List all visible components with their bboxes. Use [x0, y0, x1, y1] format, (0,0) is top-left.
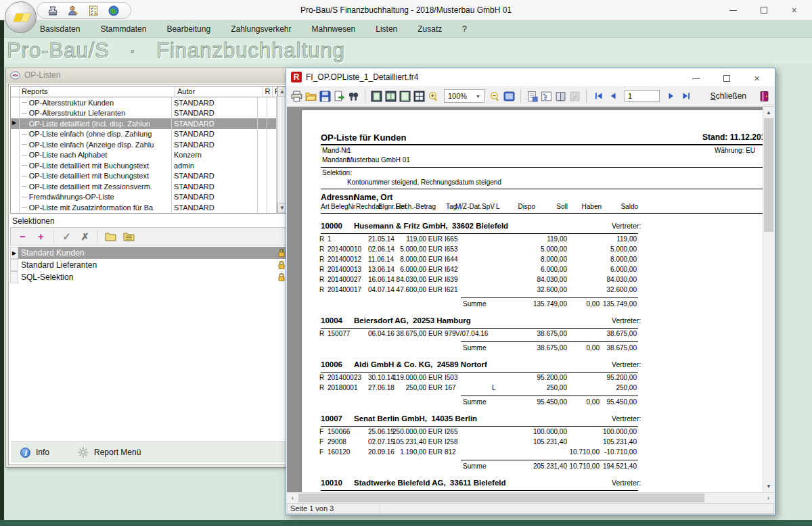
- report-item-row: R 201400013 13.06.14 6.000,00 EUR I642 6…: [302, 266, 765, 276]
- scroll-up-icon[interactable]: ▲: [763, 107, 774, 118]
- op-listen-titlebar[interactable]: OP-Listen: [6, 68, 292, 82]
- report-list-row[interactable]: ▶ Fremdwährungs-OP-Liste STANDARD: [11, 192, 277, 203]
- menu-item[interactable]: Stammdaten: [90, 24, 156, 34]
- menu-item[interactable]: Basisdaten: [30, 24, 90, 34]
- add-icon[interactable]: +: [32, 229, 50, 244]
- scroll-right-icon[interactable]: ›: [763, 493, 774, 503]
- page-width-icon[interactable]: [399, 91, 411, 102]
- menu-item[interactable]: Zusatz: [407, 24, 452, 34]
- nav-last-icon[interactable]: [680, 90, 692, 102]
- two-pages-icon[interactable]: [385, 91, 397, 102]
- lock-icon: [277, 272, 286, 282]
- report-list-row[interactable]: ▶ OP-Liste detailliert mit Buchungstext …: [11, 171, 277, 182]
- nav-next-icon[interactable]: [665, 90, 677, 102]
- close-report-button[interactable]: Schließen: [710, 91, 756, 101]
- report-list-row[interactable]: ▶ OP-Altersstruktur Kunden STANDARD: [11, 97, 277, 108]
- open-icon[interactable]: [305, 91, 317, 102]
- column-header-reports[interactable]: Reports: [20, 87, 175, 97]
- globe-icon[interactable]: [108, 5, 120, 17]
- selected-row-marker-icon: ▶: [12, 120, 16, 126]
- item-soll: 84.030,00: [499, 276, 567, 283]
- selektionen-toolbar: − + ✓ ✗: [10, 227, 288, 245]
- horizontal-scroll-thumb[interactable]: [298, 494, 704, 502]
- app-logo[interactable]: [5, 1, 37, 33]
- report-window-controls: ×: [681, 68, 772, 89]
- close-button[interactable]: ×: [742, 68, 772, 89]
- zoom-select[interactable]: 100% ▼: [444, 89, 484, 103]
- report-name: OP-Liste detailliert (incl. disp. Zahlun: [29, 120, 150, 128]
- zoom-out-icon[interactable]: [489, 91, 501, 102]
- item-beleg2: I503: [445, 374, 457, 381]
- cancel-icon[interactable]: ✗: [76, 229, 94, 244]
- report-group: 10004 Beiersdorf AG, 20253 Hamburg Vertr…: [302, 316, 765, 352]
- minimize-button[interactable]: [681, 68, 711, 89]
- folder-list-icon[interactable]: [120, 229, 138, 244]
- zoom-in-icon[interactable]: [428, 91, 439, 102]
- group-adressnr: 10006: [321, 360, 342, 368]
- nav-first-icon[interactable]: [592, 90, 604, 102]
- whole-page-icon[interactable]: [371, 91, 382, 102]
- gear-icon: [78, 447, 89, 458]
- report-menu-button[interactable]: Report Menü: [94, 448, 141, 457]
- info-button[interactable]: Info: [36, 448, 49, 457]
- report-list-row[interactable]: ▶ OP-Liste einfach (ohne disp. Zahlung S…: [11, 129, 277, 140]
- report-list-row[interactable]: ▶ OP-Liste detailliert mit Zessionsverm.…: [11, 181, 277, 192]
- edit-icon: [569, 91, 581, 102]
- close-button[interactable]: ×: [779, 0, 809, 20]
- report-list-row[interactable]: ▶ OP-Liste detailliert (incl. disp. Zahl…: [11, 118, 277, 129]
- menu-item[interactable]: Listen: [365, 24, 407, 34]
- checklist-icon[interactable]: [87, 5, 99, 17]
- report-list-row[interactable]: ▶ OP-Liste detailliert mit Buchungstext …: [11, 160, 277, 171]
- report-list-row[interactable]: ▶ OP-Altersstruktur Lieferanten STANDARD: [11, 108, 277, 119]
- find-icon[interactable]: [348, 91, 359, 102]
- minimize-button[interactable]: [718, 0, 748, 20]
- remove-icon[interactable]: −: [14, 229, 32, 244]
- menu-item[interactable]: Bearbeitung: [156, 24, 221, 34]
- report-list-row[interactable]: ▶ OP-Liste nach Alphabet Konzern: [11, 150, 277, 161]
- fullscreen-icon[interactable]: [503, 91, 515, 102]
- print-icon[interactable]: [291, 91, 302, 102]
- selektion-row[interactable]: ▶ Standard Kunden: [10, 247, 288, 259]
- stamp-icon[interactable]: [47, 5, 59, 17]
- selektion-row[interactable]: ▶ SQL-Selektion: [10, 271, 288, 283]
- column-header-autor[interactable]: Autor: [175, 87, 263, 97]
- tree-tick-icon: [22, 155, 27, 156]
- apply-icon[interactable]: ✓: [58, 229, 76, 244]
- item-saldo: 100.000,00: [581, 428, 637, 435]
- op-listen-footer: i Info Report Menü: [11, 441, 287, 462]
- item-saldo: 5.000,00: [581, 245, 637, 253]
- exit-icon[interactable]: [759, 91, 770, 102]
- maximize-button[interactable]: [711, 68, 742, 89]
- report-list-row[interactable]: ▶ OP-Liste mit Zusatzinformation für Ba …: [11, 202, 277, 213]
- page-settings-icon[interactable]: [526, 91, 538, 102]
- horizontal-scrollbar[interactable]: ‹ ›: [287, 492, 774, 503]
- report-window-titlebar[interactable]: R FI_OP.OPListe_1_Detailliert.fr4 ×: [286, 68, 775, 86]
- menu-item[interactable]: Mahnwesen: [302, 24, 366, 34]
- tree-tick-icon: [22, 144, 27, 145]
- page-number-input[interactable]: [625, 90, 660, 102]
- maximize-button[interactable]: [748, 0, 779, 20]
- scroll-down-icon[interactable]: ▼: [763, 481, 774, 492]
- group-name-ort: Senat Berlin GmbH, 14035 Berlin: [354, 414, 477, 423]
- folder-icon[interactable]: [102, 229, 120, 244]
- report-name: OP-Liste einfach (ohne disp. Zahlung: [29, 130, 152, 138]
- menu-item[interactable]: ?: [452, 24, 477, 34]
- vertical-scroll-thumb[interactable]: [764, 118, 773, 232]
- multi-page-icon[interactable]: [413, 91, 425, 102]
- user-edit-icon[interactable]: [67, 5, 79, 17]
- item-belegnr: 201400010: [328, 245, 361, 253]
- thumbnails-icon[interactable]: [555, 91, 566, 102]
- save-icon[interactable]: [319, 91, 331, 102]
- heading-band: Pro-Bau/S · Finanzbuchhaltung: [0, 38, 812, 64]
- export-icon[interactable]: [334, 91, 345, 102]
- selektion-row[interactable]: ▶ Standard Lieferanten: [10, 259, 288, 271]
- report-list-row[interactable]: ▶ OP-Liste einfach (Anzeige disp. Zahlu …: [11, 139, 277, 150]
- scroll-left-icon[interactable]: ‹: [287, 493, 298, 503]
- menu-item[interactable]: Zahlungsverkehr: [221, 24, 301, 34]
- nav-prev-icon[interactable]: [607, 90, 619, 102]
- item-soll: 8.000,00: [499, 256, 567, 263]
- group-rule: [321, 426, 638, 427]
- vertical-scrollbar[interactable]: ▲ ▼: [763, 107, 774, 492]
- column-header-r[interactable]: R: [263, 87, 273, 97]
- outline-icon[interactable]: [541, 91, 552, 102]
